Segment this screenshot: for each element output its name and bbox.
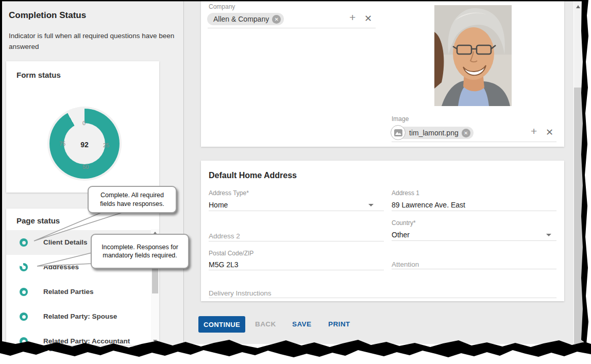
postal-code-label: Postal Code/ZIP — [209, 250, 254, 257]
form-status-card: Form status 0 25 50 75 92 — [6, 61, 159, 193]
company-chip-text: Allen & Company — [213, 15, 269, 23]
field-underline — [392, 269, 556, 269]
add-item-icon[interactable]: + — [349, 11, 356, 24]
clear-field-icon[interactable]: ✕ — [364, 13, 372, 24]
scroll-up-icon[interactable] — [576, 5, 580, 8]
address-type-label: Address Type* — [209, 189, 249, 197]
field-underline — [208, 28, 376, 28]
country-label: Country* — [392, 219, 416, 227]
image-thumbnail-icon — [391, 125, 406, 140]
image-chip-text: tim_lamont.png — [409, 129, 459, 137]
country-value[interactable]: Other — [392, 231, 410, 239]
page-status-title: Page status — [16, 216, 60, 225]
attention-input[interactable]: Attention — [392, 261, 419, 268]
gauge-tick-50: 50 — [82, 164, 89, 170]
back-button[interactable]: BACK — [255, 316, 276, 333]
field-underline — [392, 240, 556, 241]
address1-value[interactable]: 89 Lawrence Ave. East — [392, 201, 465, 209]
page-item-label: Addresses — [43, 263, 79, 271]
company-chip[interactable]: Allen & Company ✕ — [207, 13, 284, 25]
page-item-label: Related Party: Accountant Don... — [43, 337, 151, 353]
panel-description: Indicator is full when all required ques… — [9, 31, 177, 53]
print-button[interactable]: PRINT — [328, 316, 350, 333]
chevron-down-icon[interactable] — [546, 234, 551, 236]
callout-complete: Complete. All required fields have respo… — [88, 186, 177, 213]
address-type-value[interactable]: Home — [209, 201, 228, 209]
image-field-label: Image — [392, 115, 409, 123]
address1-label: Address 1 — [392, 189, 419, 197]
status-complete-ring-icon — [20, 313, 28, 321]
status-complete-ring-icon — [20, 238, 28, 247]
client-details-card: Company Allen & Company ✕ + ✕ — [201, 1, 564, 147]
page-status-item-related-party-accountant[interactable]: Related Party: Accountant Don... — [6, 329, 151, 354]
completion-status-panel: Completion Status Indicator is full when… — [2, 1, 183, 345]
field-underline — [392, 142, 556, 142]
image-chip[interactable]: tim_lamont.png ✕ — [398, 127, 474, 139]
page-status-item-related-party-spouse[interactable]: Related Party: Spouse — [6, 304, 151, 329]
callout-incomplete: Incomplete. Responses for mandatory fiel… — [91, 234, 189, 269]
postal-code-value[interactable]: M5G 2L3 — [209, 261, 239, 269]
page-item-label: Related Parties — [43, 288, 94, 296]
field-underline — [209, 211, 384, 211]
field-underline — [209, 298, 556, 298]
gauge-tick-0: 0 — [82, 120, 86, 126]
chip-remove-icon[interactable]: ✕ — [462, 129, 470, 137]
address-section-title: Default Home Address — [209, 171, 297, 180]
gauge-tick-75: 75 — [59, 141, 65, 147]
screenshot: Completion Status Indicator is full when… — [0, 0, 591, 364]
chip-remove-icon[interactable]: ✕ — [272, 15, 281, 24]
add-item-icon[interactable]: + — [531, 125, 537, 137]
page-status-item-related-parties[interactable]: Related Parties — [6, 280, 151, 304]
field-underline — [392, 211, 556, 211]
continue-button[interactable]: CONTINUE — [198, 316, 245, 333]
company-field-label: Company — [209, 3, 235, 10]
delivery-instructions-input[interactable]: Delivery Instructions — [209, 289, 272, 297]
gauge-tick-25: 25 — [103, 142, 109, 148]
callout-complete-text: Complete. All required fields have respo… — [93, 191, 172, 208]
default-home-address-card: Default Home Address Address Type* Home … — [201, 161, 564, 301]
field-underline — [209, 241, 384, 241]
page-status-card: Page status Client Details Addresses Rel… — [6, 209, 159, 345]
gauge-center-value: 92 — [80, 141, 89, 149]
completion-gauge-chart: 0 25 50 75 92 — [47, 107, 122, 181]
callout-incomplete-text: Incomplete. Responses for mandatory fiel… — [97, 243, 183, 260]
portrait-photo — [434, 5, 512, 106]
main-scrollbar[interactable] — [574, 1, 583, 344]
status-complete-ring-icon — [20, 337, 28, 345]
status-partial-ring-icon — [20, 263, 28, 271]
status-complete-ring-icon — [20, 288, 28, 296]
save-button[interactable]: SAVE — [292, 316, 311, 333]
field-underline — [209, 270, 384, 270]
clear-field-icon[interactable]: ✕ — [546, 127, 553, 138]
scrollbar-thumb[interactable] — [574, 88, 583, 344]
page-item-label: Related Party: Spouse — [43, 313, 117, 320]
chevron-down-icon[interactable] — [368, 204, 374, 206]
address2-input[interactable]: Address 2 — [209, 232, 240, 240]
scroll-down-icon[interactable] — [153, 340, 157, 342]
form-status-title: Form status — [16, 71, 61, 79]
page-item-label: Client Details — [43, 238, 88, 246]
panel-title: Completion Status — [9, 10, 86, 21]
